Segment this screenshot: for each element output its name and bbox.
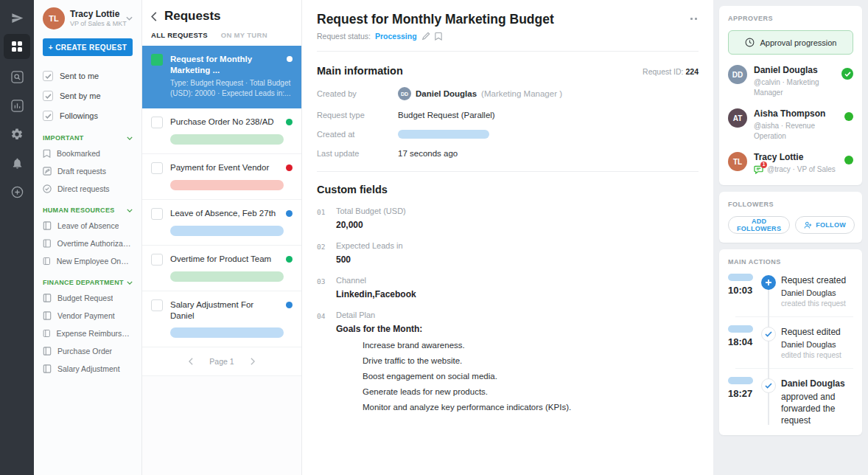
gear-icon[interactable] [4,123,30,145]
date-skeleton [728,325,753,333]
sidebar-item-new-employee-onboarding[interactable]: New Employee Onboar... [43,257,133,266]
create-request-button[interactable]: + CREATE REQUEST [43,38,133,56]
sidebar-item-label: Direct requests [57,184,110,193]
sidebar-item-expense-reimbursement[interactable]: Expense Reimbursement [43,329,133,338]
avatar: AT [728,108,747,128]
sidebar-item-label: Purchase Order [57,347,112,356]
filter-followings[interactable]: Followings [43,111,133,121]
follow-button-label: FOLLOW [816,221,846,229]
approver-row[interactable]: DD Daniel Douglas @calvin · Marketing Ma… [728,65,853,98]
section-important[interactable]: IMPORTANT [43,134,133,142]
followers-card: FOLLOWERS ADD FOLLOWERS FOLLOW [719,192,862,243]
filter-sent-to-me[interactable]: Sent to me [43,71,133,81]
field-label: Created at [317,130,398,139]
sidebar-item-bookmarked[interactable]: Bookmarked [43,149,133,158]
left-sidebar: TL Tracy Lottie VP of Sales & MKT + CREA… [34,0,142,475]
action-desc: approved and forwarded the request [781,391,853,426]
clock-icon [745,38,755,47]
form-icon [43,294,52,302]
plus-circle-icon[interactable] [4,181,30,203]
checkbox-unchecked[interactable] [151,208,163,220]
request-item[interactable]: Leave of Absence, Feb 27th [142,200,301,246]
tab-all-requests[interactable]: ALL REQUESTS [151,31,208,39]
created-by-role: (Marketing Manager ) [481,89,562,98]
request-id-value: 224 [685,67,699,76]
sidebar-item-label: Bookmarked [57,149,100,158]
search-icon[interactable] [4,66,30,88]
action-time: 18:04 [728,336,760,347]
action-entry: 18:27 Daniel Douglas approved and forwar… [728,377,853,426]
request-item[interactable]: Purchase Order No 238/AD [142,108,301,154]
section-human-resources[interactable]: HUMAN RESOURCES [43,207,133,214]
bell-icon[interactable] [4,152,30,174]
request-item[interactable]: Payment for Event Vendor [142,154,301,200]
filter-label: Followings [60,111,98,120]
bookmark-icon [43,149,51,158]
checkbox-unchecked[interactable] [151,299,163,311]
form-icon [43,257,51,266]
sidebar-item-budget-request[interactable]: Budget Request [43,294,133,302]
approver-row[interactable]: TL Tracy Lottie 1 @tracy · VP of Sales [728,152,853,175]
send-icon[interactable] [4,7,30,29]
status-dot [286,302,293,308]
followers-heading: FOLLOWERS [728,201,853,208]
divider [735,368,853,369]
form-icon [43,364,52,373]
apps-grid-icon[interactable] [4,34,30,59]
action-actor: Daniel Douglas [781,340,853,349]
section-title: FINANCE DEPARTMENT [43,279,124,286]
edited-check-icon [761,327,776,341]
sidebar-item-label: Budget Request [57,294,113,302]
checkbox-checked[interactable] [43,71,53,81]
request-item-selected[interactable]: Request for Monthly Marketing ... Type: … [142,46,301,108]
approval-progression-button[interactable]: Approval progression [728,30,853,55]
comment-count-badge: 1 [760,162,767,168]
approver-row[interactable]: AT Aisha Thompson @aisha · Revenue Opera… [728,108,853,142]
tab-on-my-turn[interactable]: ON MY TURN [221,31,267,39]
checkbox-checked[interactable] [43,111,53,121]
field-number: 04 [317,311,336,412]
checkbox-selected-green[interactable] [151,54,163,66]
follow-button[interactable]: FOLLOW [795,216,855,234]
approver-sub: @calvin · Marketing Manager [754,77,835,98]
edit-status-icon[interactable] [421,32,430,41]
next-page-button[interactable] [251,358,255,365]
checkbox-unchecked[interactable] [151,254,163,266]
sidebar-item-label: Draft requests [57,167,106,176]
checkbox-unchecked[interactable] [151,162,163,174]
action-time: 10:03 [728,285,760,296]
section-title: HUMAN RESOURCES [43,207,115,214]
created-at-skeleton [398,130,489,139]
field-value: 500 [336,254,403,265]
sidebar-item-direct-requests[interactable]: Direct requests [43,184,133,193]
prev-page-button[interactable] [189,358,193,365]
status-skeleton-bar [170,134,284,145]
section-finance-department[interactable]: FINANCE DEPARTMENT [43,279,133,286]
user-profile-menu[interactable]: TL Tracy Lottie VP of Sales & MKT [43,7,133,30]
bookmark-icon[interactable] [435,32,442,41]
more-options-icon[interactable] [689,12,699,26]
request-item[interactable]: Overtime for Product Team [142,246,301,291]
sidebar-item-draft-requests[interactable]: Draft requests [43,167,133,176]
form-icon [43,347,52,356]
request-item[interactable]: Salary Adjustment For Daniel [142,291,301,347]
last-update-value: 17 seconds ago [398,149,458,158]
filter-label: Sent to me [60,72,99,80]
date-skeleton [728,377,753,384]
approver-name: Daniel Douglas [754,65,835,76]
filter-label: Sent by me [60,91,101,100]
filter-sent-by-me[interactable]: Sent by me [43,91,133,101]
checkbox-unchecked[interactable] [151,117,163,128]
sidebar-item-purchase-order[interactable]: Purchase Order [43,347,133,356]
back-button[interactable] [151,12,157,21]
add-followers-button[interactable]: ADD FOLLOWERS [728,216,790,234]
sidebar-item-vendor-payment[interactable]: Vendor Payment [43,311,133,320]
unread-dot [287,56,293,62]
sidebar-item-leave-of-absence[interactable]: Leave of Absence [43,221,133,230]
bar-chart-icon[interactable] [4,94,30,117]
comments-icon[interactable]: 1 [754,165,764,175]
checkbox-checked[interactable] [43,91,53,101]
action-title: Request edited [781,326,853,338]
sidebar-item-salary-adjustment[interactable]: Salary Adjustment [43,364,133,373]
sidebar-item-overtime-authorization[interactable]: Overtime Authorization [43,239,133,248]
